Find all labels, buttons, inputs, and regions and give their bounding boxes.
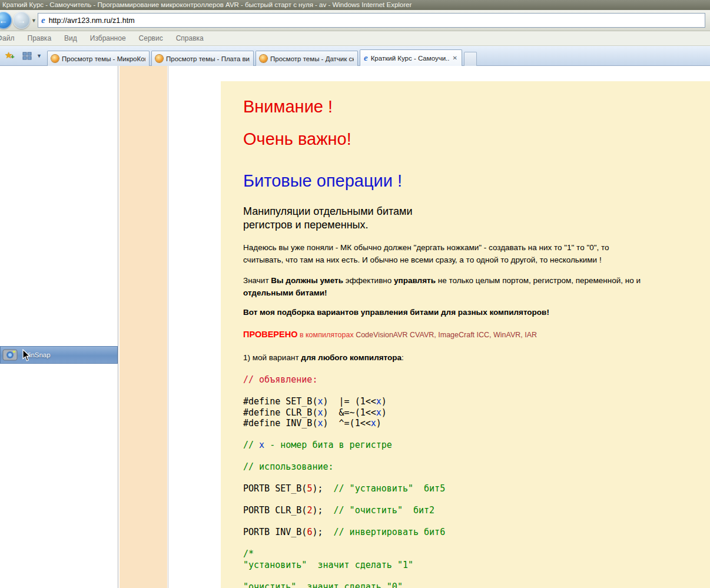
menu-bar: Файл Правка Вид Избранное Сервис Справка xyxy=(0,31,710,46)
tab-forum-topic-1[interactable]: Просмотр темы - МикроКон... xyxy=(47,51,150,66)
content-viewport: Внимание ! Очень важно! Битовые операции… xyxy=(0,66,710,588)
tab-active-page[interactable]: e Краткий Курс - Самоучи... ✕ xyxy=(360,49,462,66)
menu-item-help[interactable]: Справка xyxy=(170,34,210,42)
history-dropdown-icon[interactable]: ▼ xyxy=(31,18,37,24)
menu-item-edit[interactable]: Правка xyxy=(21,34,58,42)
tab-label: Просмотр темы - МикроКон... xyxy=(62,55,145,62)
orange-strip xyxy=(120,66,167,588)
menu-item-tools[interactable]: Сервис xyxy=(132,34,170,42)
tab-strip: Просмотр темы - МикроКон... Просмотр тем… xyxy=(47,49,477,66)
mouse-cursor-icon xyxy=(22,349,31,362)
heading-attention: Внимание ! xyxy=(243,97,704,117)
heading-bit-operations: Битовые операции ! xyxy=(243,171,704,191)
forward-arrow-icon: → xyxy=(17,16,26,25)
winsnap-bar[interactable]: WinSnap xyxy=(0,346,118,364)
browser-window: Краткий Курс - Самоучитель - Программиро… xyxy=(0,0,710,588)
winsnap-icon xyxy=(2,347,18,363)
add-favorite-plus-icon: + xyxy=(11,53,14,60)
forum-gear-icon xyxy=(260,55,267,62)
subheading: Манипуляции отдельными битамирегистров и… xyxy=(243,205,704,232)
divider-line xyxy=(168,66,168,588)
page-content: Внимание ! Очень важно! Битовые операции… xyxy=(221,81,710,588)
quick-tabs-grid-icon xyxy=(22,52,32,60)
title-bar: Краткий Курс - Самоучитель - Программиро… xyxy=(0,0,710,10)
para-collection: Вот моя подборка вариантов управления би… xyxy=(243,306,704,318)
favorites-star-icon[interactable]: ★+ xyxy=(5,50,12,61)
para-must-know: Значит Вы должны уметь эффективно управл… xyxy=(243,274,704,299)
new-tab-stub[interactable] xyxy=(464,52,477,66)
tab-list-chevron-icon[interactable]: ▼ xyxy=(37,53,42,59)
back-button[interactable]: ← xyxy=(0,12,12,29)
address-url: http://avr123.nm.ru/z1.htm xyxy=(49,16,135,25)
tab-close-icon[interactable]: ✕ xyxy=(452,55,458,61)
tab-label: Краткий Курс - Самоучи... xyxy=(371,55,449,62)
left-column xyxy=(0,66,118,588)
tab-forum-topic-3[interactable]: Просмотр темы - Датчик ск... xyxy=(256,51,358,66)
nav-bar: ← → ▼ e http://avr123.nm.ru/z1.htm xyxy=(0,10,710,31)
code-block: // объявление: #define SET_B(x) |= (1<<x… xyxy=(243,374,704,588)
ie-page-icon: e xyxy=(41,16,45,25)
heading-important: Очень важно! xyxy=(243,129,704,149)
menu-item-favorites[interactable]: Избранное xyxy=(84,34,132,42)
tab-bar: ★+ ▼ Просмотр темы - МикроКон... Просмот… xyxy=(0,46,710,66)
tab-label: Просмотр темы - Датчик ск... xyxy=(270,55,354,62)
para-intro: Надеюсь вы уже поняли - МК обычно должен… xyxy=(243,241,704,266)
back-arrow-icon: ← xyxy=(0,16,8,25)
forum-gear-icon xyxy=(51,55,59,62)
ie-tab-icon: e xyxy=(364,54,368,62)
proven-line: ПРОВЕРЕНО в компиляторах CodeVisionAVR C… xyxy=(243,329,704,341)
forward-button[interactable]: → xyxy=(13,12,30,29)
forum-gear-icon xyxy=(155,55,163,62)
variant-line: 1) мой вариант для любого компилятора: xyxy=(243,351,704,364)
window-title: Краткий Курс - Самоучитель - Программиро… xyxy=(2,1,412,8)
menu-item-file[interactable]: Файл xyxy=(0,34,21,42)
menu-item-view[interactable]: Вид xyxy=(58,34,84,42)
tab-label: Просмотр темы - Плата вид... xyxy=(166,55,250,62)
quick-tabs-icon[interactable] xyxy=(22,52,32,60)
address-bar[interactable]: e http://avr123.nm.ru/z1.htm xyxy=(38,13,705,28)
tab-forum-topic-2[interactable]: Просмотр темы - Плата вид... xyxy=(151,51,254,66)
